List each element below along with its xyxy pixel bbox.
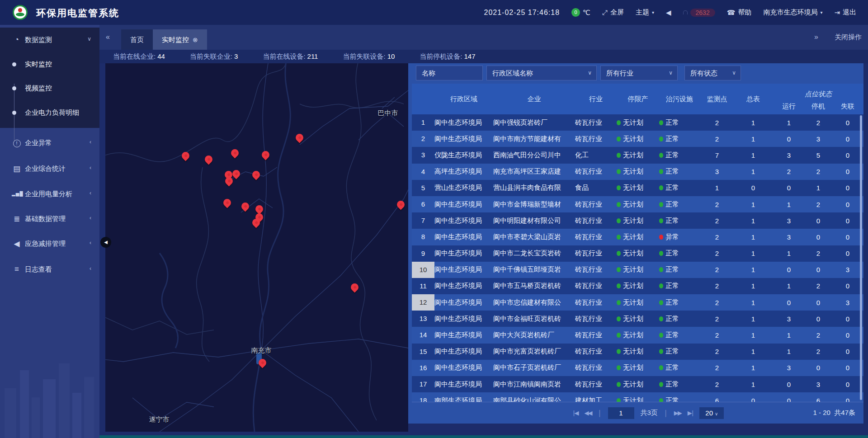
status-dot-icon xyxy=(659,120,663,125)
stop-production-status: 无计划 xyxy=(617,233,659,241)
bullet-dot-icon xyxy=(12,86,16,90)
table-row[interactable]: 17 阆中生态环境局 阆中市江南镇阆南页岩 砖瓦行业 无计划 正常 2 1 0 … xyxy=(412,376,863,392)
table-row[interactable]: 2 阆中生态环境局 阆中市南方节能建材有 砖瓦行业 无计划 正常 2 1 0 3… xyxy=(412,131,863,147)
table-row[interactable]: 4 高坪生态环境局 南充市高坪区王家店建 砖瓦行业 无计划 正常 3 1 2 2… xyxy=(412,164,863,180)
chevron-down-icon: ∨ xyxy=(715,411,718,416)
facility-status: 正常 xyxy=(659,282,700,290)
sidebar-item-power-load-detail[interactable]: 企业电力负荷明细 xyxy=(0,107,99,121)
green-dot-icon xyxy=(617,153,621,158)
tab-realtime-monitor[interactable]: 实时监控⊗ xyxy=(153,29,207,50)
mute-button[interactable]: ◀ xyxy=(666,9,671,17)
prev-page-icon[interactable]: ◀◀ xyxy=(585,410,592,416)
notification-area[interactable]: 2632 xyxy=(683,9,715,17)
table-row[interactable]: 11 阆中生态环境局 阆中市五马桥页岩机砖 砖瓦行业 无计划 正常 2 1 1 … xyxy=(412,278,863,294)
stop-production-status: 无计划 xyxy=(617,217,659,225)
logout-button[interactable]: ⇥ 退出 xyxy=(834,8,856,17)
table-row[interactable]: 12 阆中生态环境局 阆中市忠信建材有限公 砖瓦行业 无计划 正常 2 1 0 … xyxy=(412,294,863,311)
status-dot-icon xyxy=(659,137,663,141)
tabs-scroll-right-icon[interactable]: » xyxy=(814,33,818,41)
sidebar-item-realtime-monitor[interactable]: 实时监控 xyxy=(0,59,99,72)
close-operations-button[interactable]: 关闭操作 xyxy=(835,33,862,42)
theme-dropdown[interactable]: 主题 ▾ xyxy=(636,8,654,17)
table-row[interactable]: 5 营山生态环境局 营山县润丰肉食品有限 食品 无计划 正常 1 0 0 1 0 xyxy=(412,180,863,196)
stop-production-status: 无计划 xyxy=(617,135,659,143)
bell-icon xyxy=(683,10,688,14)
table-row[interactable]: 13 阆中生态环境局 阆中市金福旺页岩机砖 砖瓦行业 无计划 正常 2 1 3 … xyxy=(412,311,863,327)
chevron-down-icon: ∨ xyxy=(87,36,91,42)
last-page-icon[interactable]: ▶∣ xyxy=(688,410,693,416)
page-number-input[interactable]: 1 xyxy=(608,407,634,419)
green-dot-icon xyxy=(617,300,621,305)
green-dot-icon xyxy=(617,202,621,207)
help-button[interactable]: ☎ 帮助 xyxy=(727,8,752,17)
industry-select[interactable]: 所有行业∨ xyxy=(600,66,678,80)
table-row[interactable]: 10 阆中生态环境局 阆中千佛镇五郎垭页岩 砖瓦行业 无计划 正常 2 1 0 … xyxy=(412,262,863,278)
table-row[interactable]: 3 仪陇生态环境局 西南油气田分公司川中 化工 无计划 正常 7 1 3 5 0 xyxy=(412,147,863,163)
sidebar-item-power-analysis[interactable]: ▂▅█ 企业用电量分析 ‹ xyxy=(0,185,99,203)
status-dot-icon xyxy=(659,398,663,402)
table-row[interactable]: 15 阆中生态环境局 阆中市光富页岩机砖厂 砖瓦行业 无计划 正常 2 1 1 … xyxy=(412,344,863,360)
chevron-left-icon: ‹ xyxy=(90,139,91,145)
table-row[interactable]: 8 阆中生态环境局 阆中市枣碧大梁山页岩 砖瓦行业 无计划 异常 2 1 3 0… xyxy=(412,229,863,245)
close-icon[interactable]: ⊗ xyxy=(193,36,198,43)
col-header-total-meters: 总表 xyxy=(734,84,772,114)
green-dot-icon xyxy=(617,349,621,354)
table-body: 1 阆中生态环境局 阆中强锐页岩砖厂 砖瓦行业 无计划 正常 2 1 1 2 0… xyxy=(412,114,863,402)
map-city-label: 巴中市 xyxy=(378,109,398,118)
sidebar-item-label: 企业综合统计 xyxy=(25,165,66,173)
org-dropdown[interactable]: 南充市生态环境局 ▾ xyxy=(763,8,822,17)
sidebar-item-base-data[interactable]: ≣ 基础数据管理 ‹ xyxy=(0,210,99,228)
col-header-pollution-facility: 治污设施 xyxy=(659,84,700,114)
stop-production-status: 无计划 xyxy=(617,347,659,356)
table-row[interactable]: 7 阆中生态环境局 阆中明阳建材有限公司 砖瓦行业 无计划 正常 2 1 3 0… xyxy=(412,212,863,229)
bullet-dot-icon xyxy=(12,111,16,115)
sidebar-item-enterprise-stats[interactable]: ▤ 企业综合统计 ‹ xyxy=(0,160,99,178)
status-dot-icon xyxy=(659,169,663,174)
sidebar-item-label: 企业用电量分析 xyxy=(25,190,72,198)
table-row[interactable]: 16 阆中生态环境局 阆中市石子页岩机砖厂 砖瓦行业 无计划 正常 2 1 3 … xyxy=(412,360,863,376)
sidebar-item-enterprise-abnormal[interactable]: ! 企业异常 ‹ xyxy=(0,134,99,152)
chevron-down-icon: ▾ xyxy=(652,10,654,15)
status-select[interactable]: 所有状态∨ xyxy=(684,66,741,80)
fullscreen-button[interactable]: ⤢ 全屏 xyxy=(602,8,624,17)
map-panel[interactable]: 巴中市南充市遂宁市 xyxy=(105,63,408,432)
table-row[interactable]: 9 阆中生态环境局 阆中市二龙长宝页岩砖 砖瓦行业 无计划 正常 2 1 1 2… xyxy=(412,245,863,262)
name-search-input[interactable]: 名称 xyxy=(416,66,483,80)
enterprise-table-panel: 名称 行政区域名称∨ 所有行业∨ 所有状态∨ 行政区域 企业 行业 停限产 治污… xyxy=(408,63,863,424)
table-row[interactable]: 6 阆中生态环境局 阆中市金博瑞新型墙材 砖瓦行业 无计划 正常 2 1 1 2… xyxy=(412,196,863,212)
next-page-icon[interactable]: ▶▶ xyxy=(674,410,681,416)
first-page-icon[interactable]: ∣◀ xyxy=(572,410,578,416)
exit-icon: ⇥ xyxy=(834,9,840,17)
stat-offline-enterprises: 当前失联企业:3 xyxy=(190,52,238,61)
sidebar-item-emergency-reduction[interactable]: ◀ 应急减排管理 ‹ xyxy=(0,235,99,253)
table-row[interactable]: 14 阆中生态环境局 阆中大兴页岩机砖厂 砖瓦行业 无计划 正常 2 1 1 2… xyxy=(412,327,863,343)
status-dot-icon xyxy=(659,316,663,321)
tab-home[interactable]: 首页 xyxy=(121,29,153,50)
facility-status: 异常 xyxy=(659,233,700,241)
alert-circle-icon: ! xyxy=(12,138,22,147)
region-select[interactable]: 行政区域名称∨ xyxy=(486,66,597,80)
stat-stopped-devices: 当前停机设备:147 xyxy=(420,52,475,61)
sidebar-item-video-monitor[interactable]: 视频监控 xyxy=(0,83,99,96)
status-dot-icon xyxy=(659,349,663,354)
layers-icon: ≣ xyxy=(12,214,22,224)
tabs-scroll-left-icon[interactable]: « xyxy=(106,33,110,41)
sidebar-item-label: 应急减排管理 xyxy=(25,240,66,248)
table-scrollbar[interactable] xyxy=(860,115,862,400)
speaker-icon: ◀ xyxy=(666,9,671,17)
sidebar-item-log-view[interactable]: ≡ 日志查看 ‹ xyxy=(0,261,99,279)
page-size-select[interactable]: 20∨ xyxy=(699,407,724,419)
table-row[interactable]: 18 南部生态环境局 南部县砂化山河有限公 建材加工 无计划 正常 6 0 0 … xyxy=(412,392,863,402)
map-collapse-button[interactable]: ◀ xyxy=(100,237,111,248)
sidebar-item-data-monitoring[interactable]: ◔ 数据监测 ∨ xyxy=(0,31,99,49)
green-dot-icon xyxy=(617,120,621,125)
app-root: 环保用电监管系统 2021-02-25 17:46:18 0 ℃ ⤢ 全屏 主题… xyxy=(0,0,868,438)
sidebar-item-label: 实时监控 xyxy=(25,60,52,69)
facility-status: 正常 xyxy=(659,347,700,356)
table-row[interactable]: 1 阆中生态环境局 阆中强锐页岩砖厂 砖瓦行业 无计划 正常 2 1 1 2 0 xyxy=(412,114,863,131)
app-logo-icon xyxy=(13,5,28,20)
total-pages-label: 共3页 xyxy=(641,409,658,417)
map-city-label: 南充市 xyxy=(251,346,272,355)
facility-status: 正常 xyxy=(659,200,700,209)
green-dot-icon xyxy=(617,382,621,387)
